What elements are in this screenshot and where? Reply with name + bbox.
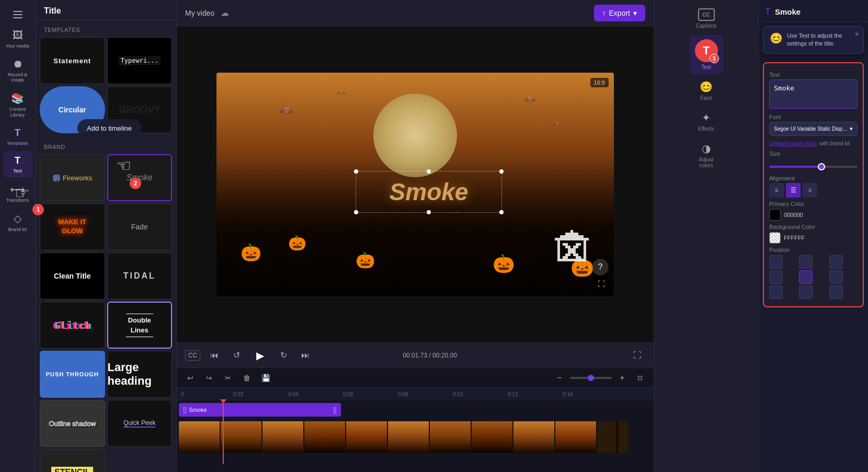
smoke-clip[interactable]: || Smoke || xyxy=(179,403,341,417)
track-video xyxy=(177,420,654,456)
template-large-heading[interactable]: Large heading xyxy=(107,351,173,398)
template-outline-shadow[interactable]: Outline shadow xyxy=(40,400,105,447)
effects-icon: ✦ xyxy=(702,111,711,124)
fullscreen-button[interactable]: ⛶ xyxy=(594,277,609,291)
template-circular[interactable]: Circular xyxy=(40,86,105,133)
skip-back-button[interactable]: ⏮ xyxy=(207,348,222,363)
pos-bot-left[interactable] xyxy=(769,285,783,299)
film-frame-10 xyxy=(555,421,597,453)
help-button[interactable]: ? xyxy=(592,259,609,275)
font-label: Font xyxy=(769,114,858,120)
pos-mid-right[interactable] xyxy=(829,270,843,284)
font-select[interactable]: Segoe UI Variable Static Display Semibol… xyxy=(769,122,858,136)
pos-bot-right[interactable] xyxy=(829,285,843,299)
upload-fonts-link[interactable]: Upload custom fonts xyxy=(769,141,817,146)
handle-bm[interactable] xyxy=(427,210,431,214)
skip-forward-button[interactable]: ⏭ xyxy=(298,348,313,363)
align-left-button[interactable]: ≡ xyxy=(769,183,784,198)
sidebar-item-text[interactable]: T Text xyxy=(3,151,32,178)
template-smoke[interactable]: Smoke xyxy=(107,154,173,201)
template-double-lines[interactable]: DoubleLines xyxy=(107,302,173,349)
save-frame-button[interactable]: 💾 xyxy=(258,371,273,385)
bg-color-swatch[interactable] xyxy=(769,232,781,244)
zoom-slider[interactable] xyxy=(570,377,612,379)
record-icon: ⏺ xyxy=(13,58,23,70)
right-panel-text[interactable]: T 3 Text xyxy=(690,35,723,74)
redo-button[interactable]: ↪ xyxy=(202,371,216,385)
delete-button[interactable]: 🗑 xyxy=(239,371,254,385)
timeline-ruler: 0 0:02 0:04 0:06 0:08 0:10 0:12 0:14 xyxy=(177,388,654,400)
handle-tl[interactable] xyxy=(354,169,358,174)
expand-button[interactable]: ⛶ xyxy=(630,348,645,363)
text-field-label: Text xyxy=(769,72,858,78)
template-push-through[interactable]: PUSH THROUGH xyxy=(40,351,105,398)
sidebar-item-record[interactable]: ⏺ Record & create xyxy=(3,54,32,87)
handle-tm[interactable] xyxy=(427,169,431,174)
pos-mid-left[interactable] xyxy=(769,270,783,284)
preview-canvas: 🦇 🦇 🦇 🦇 Smoke 🎃 🎃 🎃 xyxy=(216,73,614,296)
pos-top-right[interactable] xyxy=(829,255,843,269)
video-filmstrip[interactable] xyxy=(179,421,629,453)
text-selection-box[interactable]: Smoke xyxy=(356,171,502,213)
tooltip-close-button[interactable]: × xyxy=(855,30,859,38)
handle-br[interactable] xyxy=(499,210,504,214)
handle-tr[interactable] xyxy=(499,169,504,174)
film-frame-1 xyxy=(179,421,221,453)
text-panel-icon: T 3 xyxy=(695,39,718,62)
template-make-it-glow[interactable]: MAKE ITGLOW xyxy=(40,203,105,250)
template-tidal[interactable]: TIDAL xyxy=(107,252,173,300)
rewind-button[interactable]: ↺ xyxy=(229,348,244,363)
hamburger-menu[interactable] xyxy=(7,4,28,25)
right-panel-effects[interactable]: ✦ Effects xyxy=(690,107,723,136)
align-right-button[interactable]: ≡ xyxy=(803,183,817,198)
align-center-button[interactable]: ☰ xyxy=(786,183,801,198)
bg-color-label: Background Color xyxy=(769,224,858,230)
clip-handle-left[interactable]: || xyxy=(183,406,187,414)
sidebar-item-brand[interactable]: ◇ Brand kit xyxy=(3,208,32,236)
tooltip-text: Use Text to adjust the settings of the t… xyxy=(787,32,857,48)
bg-color-value: FFFFFF xyxy=(784,235,805,241)
sidebar-item-transitions[interactable]: ⟷ Transitions xyxy=(3,179,32,207)
right-panel-captions[interactable]: CC Captions xyxy=(690,4,723,33)
zoom-in-button[interactable]: + xyxy=(615,371,630,385)
size-slider[interactable] xyxy=(769,166,858,168)
svg-rect-1 xyxy=(13,14,22,15)
right-panel-face[interactable]: 😊 Face xyxy=(690,76,723,105)
template-groovy[interactable]: GROOVY xyxy=(107,86,173,133)
text-input[interactable]: Smoke xyxy=(769,79,858,109)
pos-top-left[interactable] xyxy=(769,255,783,269)
content-icon: 📚 xyxy=(11,92,24,105)
play-button[interactable]: ▶ xyxy=(250,346,269,365)
pos-top-center[interactable] xyxy=(799,255,813,269)
primary-color-label: Primary Color xyxy=(769,201,858,207)
fast-forward-button[interactable]: ↻ xyxy=(276,348,291,363)
handle-bl[interactable] xyxy=(354,210,358,214)
preview-smoke-text[interactable]: Smoke xyxy=(390,178,469,206)
export-button[interactable]: ↑ Export ▾ xyxy=(594,5,645,21)
template-quick-peek[interactable]: Quick Peek xyxy=(107,400,173,447)
template-clean-title[interactable]: Clean Title xyxy=(40,252,105,300)
template-glitch[interactable]: Glitch xyxy=(40,302,105,349)
template-fireworks[interactable]: 🎆 Fireworks xyxy=(40,154,105,201)
sidebar-item-templates[interactable]: T Templates xyxy=(3,123,32,150)
right-panel-adjust-colors[interactable]: ◑ Adjust colors xyxy=(690,138,723,172)
zoom-out-button[interactable]: − xyxy=(552,371,567,385)
template-fade[interactable]: Fade xyxy=(107,203,173,250)
fit-button[interactable]: ⊡ xyxy=(633,371,647,385)
film-frame-8 xyxy=(472,421,513,453)
pos-bot-center[interactable] xyxy=(799,285,813,299)
pos-mid-center[interactable] xyxy=(799,270,813,284)
undo-button[interactable]: ↩ xyxy=(183,371,198,385)
playback-time: 00:01.73 / 00:20.00 xyxy=(403,352,456,359)
sidebar-item-media[interactable]: 🖼 Your media xyxy=(3,25,32,53)
primary-color-swatch[interactable] xyxy=(769,209,781,221)
clip-handle-right[interactable]: || xyxy=(333,406,337,414)
sidebar-item-content[interactable]: 📚 Content Library xyxy=(3,88,32,122)
template-stencil[interactable]: STENCIL xyxy=(40,449,105,472)
template-statement[interactable]: Statement xyxy=(40,37,105,84)
cut-button[interactable]: ✂ xyxy=(221,371,235,385)
timeline-content[interactable]: 0 0:02 0:04 0:06 0:08 0:10 0:12 0:14 || … xyxy=(177,388,654,472)
cc-button[interactable]: CC xyxy=(185,350,200,361)
template-typewriter[interactable]: Typewri... xyxy=(107,37,173,84)
playhead[interactable] xyxy=(223,401,224,464)
